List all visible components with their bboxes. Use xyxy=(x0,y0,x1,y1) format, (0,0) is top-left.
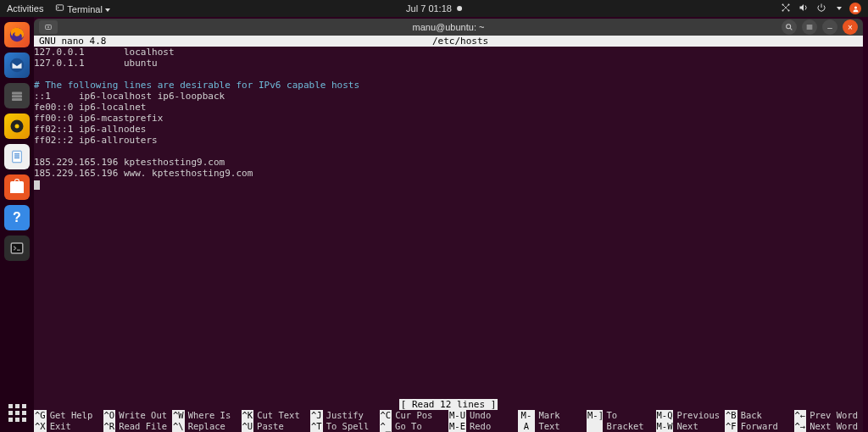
nano-shortcut: ^BBack xyxy=(725,410,794,421)
nano-shortcut: ^TTo Spell xyxy=(310,421,380,432)
svg-point-5 xyxy=(854,6,857,8)
window-titlebar[interactable]: manu@ubuntu: ~ – × xyxy=(34,19,863,36)
editor-line: fe00::0 ip6-localnet xyxy=(34,102,863,113)
show-applications-button[interactable] xyxy=(4,400,30,425)
nano-editor-body[interactable]: 127.0.0.1 localhost127.0.1.1 ubuntu # Th… xyxy=(34,47,863,190)
chevron-down-icon xyxy=(837,7,842,10)
search-button[interactable] xyxy=(782,19,797,35)
nano-title-bar: GNU nano 4.8 /etc/hosts xyxy=(34,36,863,47)
nano-shortcut: ^→Next Word xyxy=(794,421,864,432)
editor-line xyxy=(34,146,863,157)
nano-shortcut: ^RRead File xyxy=(103,421,173,432)
user-avatar[interactable] xyxy=(849,3,861,14)
editor-line: ff02::1 ip6-allnodes xyxy=(34,124,863,135)
dock-icon-firefox[interactable] xyxy=(4,22,30,47)
nano-shortcut: ^←Prev Word xyxy=(794,410,864,421)
nano-shortcut: M-UUndo xyxy=(448,410,518,421)
close-button[interactable]: × xyxy=(843,19,858,35)
editor-line: ff00::0 ip6-mcastprefix xyxy=(34,113,863,124)
nano-status: [ Read 12 lines ] xyxy=(34,399,863,410)
text-cursor xyxy=(34,180,40,190)
network-icon xyxy=(781,3,791,14)
nano-shortcut: ^JJustify xyxy=(310,410,380,421)
terminal-viewport[interactable]: GNU nano 4.8 /etc/hosts 127.0.0.1 localh… xyxy=(34,36,863,432)
editor-line: # The following lines are desirable for … xyxy=(34,80,863,91)
clock[interactable]: Jul 7 01:18 xyxy=(406,3,462,14)
system-status-area[interactable] xyxy=(781,3,861,14)
svg-rect-15 xyxy=(14,156,19,157)
svg-rect-16 xyxy=(14,158,19,158)
editor-line: 185.229.165.196 kptesthosting9.com xyxy=(34,157,863,168)
editor-line: 127.0.0.1 localhost xyxy=(34,47,863,58)
activities-button[interactable]: Activities xyxy=(7,3,43,14)
dock-icon-files[interactable] xyxy=(4,83,30,108)
power-icon xyxy=(816,3,826,14)
dock-icon-rhythmbox[interactable] xyxy=(4,114,30,139)
nano-shortcut: ^KCut Text xyxy=(242,410,311,421)
dock-icon-libreoffice[interactable] xyxy=(4,144,30,169)
nano-shortcut: M-QPrevious xyxy=(656,410,726,421)
nano-filename: /etc/hosts xyxy=(432,36,488,47)
nano-shortcut: ^_Go To Line xyxy=(380,421,449,432)
svg-rect-14 xyxy=(14,153,19,154)
nano-shortcut: M-]To Bracket xyxy=(587,410,656,432)
minimize-button[interactable]: – xyxy=(822,19,837,35)
nano-shortcut-bar: ^GGet Help^XExit^OWrite Out^RRead File^W… xyxy=(34,410,863,432)
nano-shortcut: M-WNext xyxy=(656,421,726,432)
dock-icon-help[interactable]: ? xyxy=(4,205,30,230)
svg-rect-0 xyxy=(57,4,64,9)
svg-point-12 xyxy=(15,125,19,129)
nano-shortcut: ^FForward xyxy=(725,421,794,432)
app-menu[interactable]: Terminal xyxy=(55,3,109,14)
editor-line: 185.229.165.196 www. kptesthosting9.com xyxy=(34,168,863,179)
gnome-topbar: Activities Terminal Jul 7 01:18 xyxy=(0,0,868,17)
svg-rect-8 xyxy=(12,92,22,95)
nano-shortcut: ^WWhere Is xyxy=(172,410,242,421)
svg-rect-9 xyxy=(12,95,22,97)
svg-rect-10 xyxy=(12,98,22,101)
nano-shortcut: ^OWrite Out xyxy=(103,410,173,421)
nano-shortcut: ^CCur Pos xyxy=(380,410,449,421)
svg-rect-13 xyxy=(13,151,22,163)
svg-point-7 xyxy=(10,58,25,73)
nano-shortcut: ^\Replace xyxy=(172,421,242,432)
svg-rect-17 xyxy=(11,243,23,253)
nano-shortcut: ^UPaste Text xyxy=(242,421,311,432)
editor-line: 127.0.1.1 ubuntu xyxy=(34,58,863,69)
dock-icon-thunderbird[interactable] xyxy=(4,53,30,78)
hamburger-menu[interactable] xyxy=(802,19,817,35)
nano-shortcut: ^XExit xyxy=(34,421,103,432)
nano-shortcut: ^GGet Help xyxy=(34,410,103,421)
editor-line xyxy=(34,69,863,80)
dock-icon-terminal[interactable] xyxy=(4,235,30,261)
nano-shortcut: M-AMark Text xyxy=(518,410,587,432)
window-title: manu@ubuntu: ~ xyxy=(413,22,485,32)
svg-point-19 xyxy=(787,25,791,29)
new-tab-button[interactable] xyxy=(39,20,58,34)
dock-icon-software[interactable] xyxy=(4,174,30,200)
volume-icon xyxy=(798,3,809,14)
nano-shortcut: M-ERedo xyxy=(448,421,518,432)
editor-line: ::1 ip6-localhost ip6-loopback xyxy=(34,91,863,102)
editor-line: ff02::2 ip6-allrouters xyxy=(34,135,863,146)
nano-app-label: GNU nano 4.8 xyxy=(34,36,432,47)
terminal-window: manu@ubuntu: ~ – × GNU nano 4.8 /etc/hos… xyxy=(34,19,863,432)
dock: ? xyxy=(0,17,34,432)
